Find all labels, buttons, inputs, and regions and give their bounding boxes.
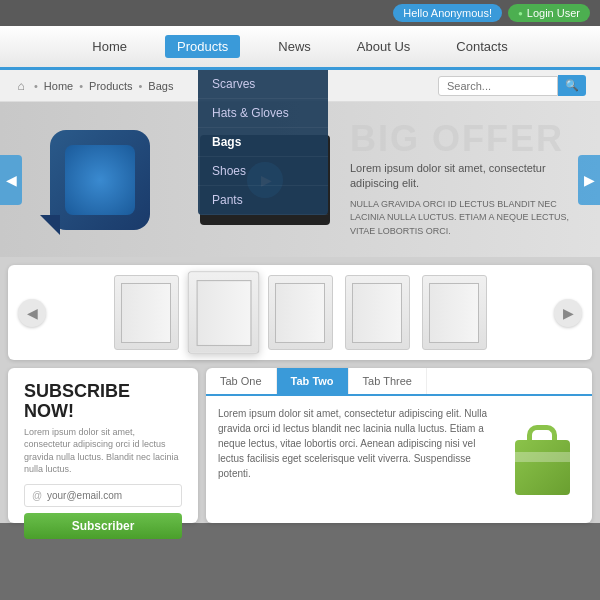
- monitor-screen: [65, 145, 135, 215]
- product-item-inner-4: [352, 283, 402, 343]
- tabs-box: Tab One Tab Two Tab Three Lorem ipsum do…: [206, 368, 592, 523]
- dropdown-shoes[interactable]: Shoes: [198, 157, 328, 186]
- product-item-1[interactable]: [114, 275, 179, 350]
- speech-bubble-tail: [40, 215, 60, 235]
- monitor-shape: [50, 130, 150, 230]
- product-item-inner-3: [275, 283, 325, 343]
- bag-stripe: [515, 452, 570, 462]
- dropdown-pants[interactable]: Pants: [198, 186, 328, 215]
- hero-desc: Lorem ipsum dolor sit amet, consectetur …: [350, 161, 580, 192]
- breadcrumb-sep-3: •: [138, 80, 142, 92]
- email-input[interactable]: [24, 484, 182, 507]
- subscribe-button[interactable]: Subscriber: [24, 513, 182, 539]
- hello-button[interactable]: Hello Anonymous!: [393, 4, 502, 22]
- product-item-3[interactable]: [268, 275, 333, 350]
- subscribe-desc: Lorem ipsum dolor sit amet, consectetur …: [24, 426, 182, 476]
- product-item-inner-2: [196, 280, 251, 346]
- breadcrumb-products-label[interactable]: Products: [89, 80, 132, 92]
- dropdown-menu: Scarves Hats & Gloves Bags Shoes Pants: [198, 70, 328, 215]
- breadcrumb-search: 🔍: [438, 75, 586, 96]
- products-slider: ◀ ▶: [8, 265, 592, 360]
- tabs-text: Lorem ipsum dolor sit amet, consectetur …: [218, 406, 500, 513]
- nav-item-news[interactable]: News: [270, 35, 319, 58]
- product-item-5[interactable]: [422, 275, 487, 350]
- hero-text-block: BIG OFFER Lorem ipsum dolor sit amet, co…: [330, 111, 600, 248]
- nav-items: Home Products News About Us Contacts: [84, 35, 515, 58]
- navbar: Home Products News About Us Contacts Sca…: [0, 26, 600, 70]
- product-item-inner-1: [121, 283, 171, 343]
- search-input[interactable]: [438, 76, 558, 96]
- product-item-2[interactable]: [187, 271, 259, 354]
- subscribe-title: SUBSCRIBE NOW!: [24, 382, 182, 422]
- breadcrumb-sep-2: •: [79, 80, 83, 92]
- hero-product-image: [30, 110, 190, 250]
- email-icon: @: [32, 490, 42, 501]
- login-button[interactable]: Login User: [508, 4, 590, 22]
- email-wrap: @: [24, 484, 182, 507]
- nav-item-products[interactable]: Products: [165, 35, 240, 58]
- slider-right-arrow[interactable]: ▶: [554, 299, 582, 327]
- nav-item-home[interactable]: Home: [84, 35, 135, 58]
- bottom-section: SUBSCRIBE NOW! Lorem ipsum dolor sit ame…: [8, 368, 592, 523]
- shopping-bag-icon: [515, 425, 575, 495]
- tabs-header: Tab One Tab Two Tab Three: [206, 368, 592, 396]
- top-bar: Hello Anonymous! Login User: [0, 0, 600, 26]
- tab-one[interactable]: Tab One: [206, 368, 277, 394]
- dropdown-hats[interactable]: Hats & Gloves: [198, 99, 328, 128]
- home-icon: ⌂: [14, 79, 28, 93]
- product-item-4[interactable]: [345, 275, 410, 350]
- breadcrumb-home-label[interactable]: Home: [44, 80, 73, 92]
- product-items: [58, 275, 542, 350]
- slider-left-arrow[interactable]: ◀: [18, 299, 46, 327]
- dropdown-scarves[interactable]: Scarves: [198, 70, 328, 99]
- nav-item-about[interactable]: About Us: [349, 35, 418, 58]
- search-button[interactable]: 🔍: [558, 75, 586, 96]
- product-item-inner-5: [429, 283, 479, 343]
- hero-sub-desc: Nulla gravida orci id lectus blandit nec…: [350, 198, 580, 239]
- tabs-content: Lorem ipsum dolor sit amet, consectetur …: [206, 396, 592, 523]
- hero-left-arrow[interactable]: ◀: [0, 155, 22, 205]
- hero-right-arrow[interactable]: ▶: [578, 155, 600, 205]
- breadcrumb-bags-label[interactable]: Bags: [148, 80, 173, 92]
- subscribe-box: SUBSCRIBE NOW! Lorem ipsum dolor sit ame…: [8, 368, 198, 523]
- main-wrap: Home Products News About Us Contacts Sca…: [0, 26, 600, 523]
- tabs-image: [510, 406, 580, 513]
- big-offer-text: BIG OFFER: [350, 121, 580, 157]
- tab-three[interactable]: Tab Three: [349, 368, 427, 394]
- dropdown-bags[interactable]: Bags: [198, 128, 328, 157]
- bag-body: [515, 440, 570, 495]
- nav-item-contacts[interactable]: Contacts: [448, 35, 515, 58]
- tab-two[interactable]: Tab Two: [277, 368, 349, 394]
- breadcrumb-sep-1: •: [34, 80, 38, 92]
